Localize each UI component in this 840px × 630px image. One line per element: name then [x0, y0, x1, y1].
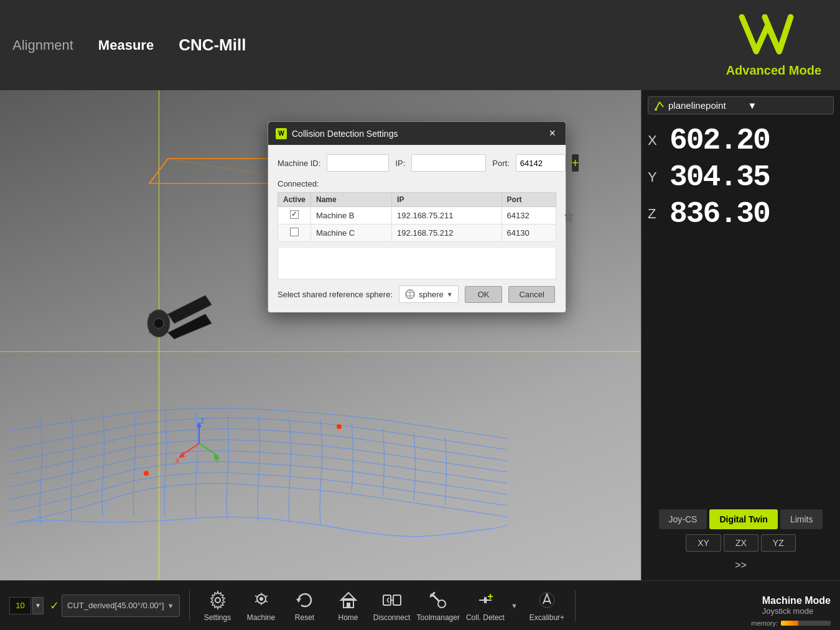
toolmanager-icon	[427, 589, 449, 611]
coll-detect-btn[interactable]: Coll. Detect	[466, 589, 505, 622]
dialog-close-btn[interactable]: ×	[546, 127, 558, 140]
y-value: 304.35	[670, 160, 770, 194]
coll-detect-icon	[474, 589, 497, 611]
reset-icon	[294, 589, 316, 611]
reset-label: Reset	[295, 613, 314, 622]
name-cell-1: Machine B	[311, 207, 392, 225]
svg-line-52	[387, 598, 389, 600]
yz-axis-btn[interactable]: YZ	[761, 534, 796, 552]
nav-cnc[interactable]: CNC-Mill	[179, 35, 246, 55]
svg-line-32	[513, 319, 641, 506]
bottom-bar: 10 ▼ ✓ CUT_derived[45.00°/0.00°] ▼ Setti…	[0, 580, 840, 630]
step-down-btn[interactable]: ▼	[32, 597, 44, 614]
svg-line-35	[0, 381, 256, 506]
port-cell-1: 64132	[502, 207, 556, 225]
home-btn[interactable]: Home	[330, 589, 367, 622]
limits-tab[interactable]: Limits	[780, 509, 823, 529]
ip-input[interactable]	[411, 154, 486, 172]
svg-point-55	[438, 600, 446, 608]
cut-derived-dropdown-arrow[interactable]: ▼	[167, 602, 174, 609]
joy-cs-tab[interactable]: Joy-CS	[659, 509, 707, 529]
empty-table-area	[278, 248, 556, 279]
advanced-mode-label: Advanced Mode	[726, 63, 821, 78]
home-icon	[337, 589, 360, 611]
settings-btn[interactable]: Settings	[199, 589, 236, 622]
reference-row: Select shared reference sphere: sphere ▼…	[278, 285, 556, 303]
svg-rect-50	[393, 595, 401, 605]
logo-area: Advanced Mode	[726, 6, 821, 78]
memory-bar	[781, 621, 831, 626]
z-value: 836.30	[670, 197, 770, 231]
table-container: Active Name IP Port Machine B 192.168.75…	[278, 192, 556, 279]
svg-line-40	[660, 102, 663, 107]
svg-line-26	[128, 319, 256, 506]
svg-line-29	[320, 319, 449, 506]
svg-line-39	[656, 102, 660, 109]
nav-alignment[interactable]: Alignment	[12, 37, 73, 53]
xy-axis-btn[interactable]: XY	[686, 534, 721, 552]
cut-derived-field: CUT_derived[45.00°/0.00°] ▼	[62, 595, 180, 617]
dialog-logo-icon: W	[276, 128, 287, 139]
svg-line-23	[0, 319, 64, 506]
z-label: Z	[648, 206, 663, 222]
coll-detect-dropdown[interactable]: ▼	[511, 602, 522, 609]
svg-point-41	[655, 108, 657, 111]
reset-btn[interactable]: Reset	[286, 589, 324, 622]
ip-label: IP:	[395, 159, 405, 168]
svg-rect-48	[347, 603, 350, 608]
svg-line-33	[0, 319, 192, 506]
col-active: Active	[278, 193, 311, 207]
connected-label: Connected:	[278, 179, 556, 188]
axis-row: XY ZX YZ	[648, 534, 834, 552]
active-cell-2[interactable]	[278, 225, 311, 242]
coordinate-display: X 602.20 Y 304.35 Z 836.30	[648, 124, 834, 231]
excalibur-label: Excalibur+	[530, 613, 564, 622]
machine-btn[interactable]: Machine	[243, 589, 280, 622]
toolmanager-btn[interactable]: Toolmanager	[417, 589, 460, 622]
toolmanager-label: Toolmanager	[417, 613, 460, 622]
ip-cell-2: 192.168.75.212	[392, 225, 502, 242]
memory-bar-area: memory:	[751, 619, 831, 627]
port-label: Port:	[492, 159, 509, 168]
svg-line-30	[385, 319, 513, 506]
machine-id-label: Machine ID:	[278, 159, 320, 168]
cancel-btn[interactable]: Cancel	[508, 286, 554, 303]
expand-btn[interactable]: >>	[648, 557, 834, 574]
port-input[interactable]	[516, 154, 566, 172]
svg-line-24	[32, 319, 129, 506]
machine-id-input[interactable]	[327, 154, 389, 172]
zx-axis-btn[interactable]: ZX	[724, 534, 758, 552]
active-cell-1[interactable]	[278, 207, 311, 225]
disconnect-btn[interactable]: Disconnect	[373, 589, 411, 622]
checkbox-checked-1[interactable]	[290, 210, 299, 219]
delete-btn[interactable]: 🗑	[564, 211, 575, 224]
measurement-dropdown[interactable]: planelinepoint ▼	[648, 96, 834, 114]
excalibur-btn[interactable]: Excalibur+	[528, 589, 566, 622]
sphere-dropdown-arrow: ▼	[447, 291, 453, 298]
checkbox-empty-2[interactable]	[290, 228, 299, 236]
measurement-icon	[655, 101, 665, 111]
add-machine-btn[interactable]: +	[572, 154, 579, 172]
svg-point-44	[259, 597, 263, 601]
machine-label: Machine	[247, 613, 275, 622]
connected-table: Active Name IP Port Machine B 192.168.75…	[278, 192, 556, 242]
collision-dialog: W Collision Detection Settings × Machine…	[268, 121, 566, 313]
y-label: Y	[648, 169, 663, 185]
dialog-title: Collision Detection Settings	[292, 129, 541, 139]
panel-bottom-buttons: Joy-CS Digital Twin Limits XY ZX YZ >>	[648, 509, 834, 574]
machine-mode-title: Machine Mode	[762, 595, 831, 606]
coll-detect-label: Coll. Detect	[466, 613, 505, 622]
digital-twin-tab[interactable]: Digital Twin	[709, 509, 778, 529]
cut-derived-group: ✓ CUT_derived[45.00°/0.00°] ▼	[50, 595, 180, 617]
divider-2	[575, 590, 576, 621]
sphere-dropdown[interactable]: sphere ▼	[399, 285, 459, 303]
y-coord-row: Y 304.35	[648, 160, 834, 194]
logo-icon	[736, 6, 811, 62]
coll-detect-arrow: ▼	[511, 602, 518, 609]
svg-line-27	[192, 319, 320, 506]
nav-measure[interactable]: Measure	[98, 37, 154, 53]
ok-btn[interactable]: OK	[465, 286, 503, 303]
sphere-value-text: sphere	[419, 290, 444, 299]
memory-fill	[781, 621, 798, 626]
table-row: Machine C 192.168.75.212 64130	[278, 225, 556, 242]
